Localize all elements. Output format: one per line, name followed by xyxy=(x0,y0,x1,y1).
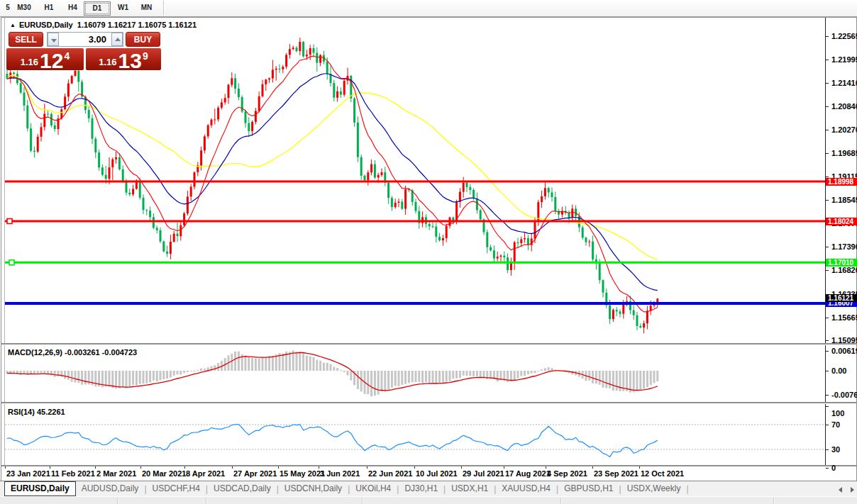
horizontal-line-object[interactable] xyxy=(5,220,825,223)
buy-price-tile[interactable]: 1.16139 xyxy=(86,48,161,70)
date-tick-mark xyxy=(278,466,279,469)
macd-histogram-bar xyxy=(323,363,325,371)
macd-histogram-bar xyxy=(302,353,304,371)
candle-body xyxy=(299,42,301,51)
chart-tab-xauusd[interactable]: XAUUSD,H4 xyxy=(496,482,556,495)
rsi-label: RSI(14) 45.2261 xyxy=(8,408,65,416)
macd-histogram-bar xyxy=(391,371,393,388)
candle-body xyxy=(153,217,155,228)
timeframe-button-mn[interactable]: MN xyxy=(134,1,159,14)
chart-tab-gbpusd[interactable]: GBPUSD,H1 xyxy=(558,482,619,495)
macd-tick-mark xyxy=(826,371,829,371)
candle-body xyxy=(207,125,209,137)
candle-body xyxy=(639,326,641,327)
sell-price-tile[interactable]: 1.16124 xyxy=(6,48,84,70)
candle-body xyxy=(20,83,22,92)
candle-body xyxy=(609,306,611,320)
chart-tab-ukoil[interactable]: UKOil,H4 xyxy=(350,482,397,495)
macd-histogram-bar xyxy=(139,371,141,384)
candle-body xyxy=(537,202,539,222)
status-bar-divider xyxy=(206,498,207,504)
rsi-panel-canvas[interactable] xyxy=(5,405,825,466)
candle-body xyxy=(548,188,550,192)
date-tick-label: 22 Jun 2021 xyxy=(368,469,412,478)
volume-decrease-button[interactable] xyxy=(48,33,59,46)
timeframe-toolbar: 5M30H1H4D1W1MN xyxy=(0,0,857,17)
price-axis-border xyxy=(825,18,826,466)
chart-tab-usdcad[interactable]: USDCAD,Daily xyxy=(208,482,277,495)
candle-body xyxy=(143,198,145,210)
macd-histogram-bar xyxy=(381,371,383,391)
candle-body xyxy=(306,55,308,56)
macd-histogram-bar xyxy=(336,368,338,371)
chart-tab-bar: EURUSD,DailyAUDUSD,Daily|USDCHF,H4|USDCA… xyxy=(0,481,857,496)
macd-histogram-bar xyxy=(177,371,179,374)
macd-histogram-bar xyxy=(194,371,196,371)
chart-tab-audusd[interactable]: AUDUSD,Daily xyxy=(76,482,145,495)
line-anchor-marker[interactable] xyxy=(9,260,14,265)
candle-body xyxy=(109,167,111,179)
candle-body xyxy=(64,96,66,109)
macd-panel-separator[interactable] xyxy=(1,343,856,345)
chart-window[interactable]: ▲EURUSD,Daily 1.16079 1.16217 1.16075 1.… xyxy=(1,17,857,481)
buy-button[interactable]: BUY xyxy=(126,32,160,47)
macd-histogram-bar xyxy=(272,356,274,371)
macd-histogram-bar xyxy=(428,371,431,383)
candle-body xyxy=(194,172,196,186)
volume-increase-button[interactable] xyxy=(111,33,123,46)
macd-histogram-bar xyxy=(595,371,597,383)
rsi-panel-separator[interactable] xyxy=(1,402,856,404)
price-chart-canvas[interactable] xyxy=(5,32,825,342)
horizontal-line-object[interactable] xyxy=(5,181,825,183)
macd-histogram-bar xyxy=(357,371,359,389)
candle-body xyxy=(279,69,281,69)
macd-histogram-bar xyxy=(282,353,284,371)
candle-body xyxy=(282,67,284,69)
macd-histogram-bar xyxy=(105,371,107,387)
macd-histogram-bar xyxy=(527,371,529,374)
macd-histogram-bar xyxy=(472,371,475,376)
chart-tab-usdchf[interactable]: USDCHF,H4 xyxy=(147,482,206,495)
chart-tab-dj30[interactable]: DJ30,H1 xyxy=(399,482,443,495)
candle-body xyxy=(217,108,219,120)
candle-body xyxy=(88,110,90,118)
macd-histogram-bar xyxy=(404,371,407,384)
candle-body xyxy=(377,175,380,178)
macd-histogram-bar xyxy=(442,371,444,382)
macd-histogram-bar xyxy=(64,371,66,379)
horizontal-line-object[interactable] xyxy=(5,262,825,264)
candle-body xyxy=(245,111,247,123)
chart-tab-usdcnh[interactable]: USDCNH,Daily xyxy=(279,482,348,495)
chart-tab-usdx[interactable]: USDX,Weekly xyxy=(621,482,687,495)
candle-body xyxy=(357,123,359,157)
candle-body xyxy=(200,150,202,165)
timeframe-button-w1[interactable]: W1 xyxy=(111,1,136,14)
timeframe-button-d1[interactable]: D1 xyxy=(84,1,111,16)
candle-body xyxy=(387,183,389,198)
date-tick-label: 15 May 2021 xyxy=(280,469,325,478)
volume-value[interactable]: 3.00 xyxy=(60,33,110,46)
sell-button[interactable]: SELL xyxy=(9,32,43,47)
timeframe-button-h1[interactable]: H1 xyxy=(37,1,61,14)
horizontal-line-object[interactable] xyxy=(5,302,825,305)
timeframe-button-h4[interactable]: H4 xyxy=(60,1,85,14)
macd-histogram-bar xyxy=(128,371,131,387)
candle-body xyxy=(364,176,366,180)
candle-body xyxy=(514,242,516,264)
candle-body xyxy=(585,237,587,242)
chart-tab-usdx[interactable]: USDX,H1 xyxy=(446,482,494,495)
line-anchor-marker[interactable] xyxy=(7,219,12,224)
current-price-label: 1.16121 xyxy=(826,294,857,302)
macd-histogram-bar xyxy=(653,371,656,383)
candle-body xyxy=(333,83,335,98)
candle-body xyxy=(258,96,260,111)
timeframe-button-m30[interactable]: M30 xyxy=(10,1,38,14)
candle-body xyxy=(265,79,267,84)
macd-histogram-bar xyxy=(544,368,546,371)
candle-body xyxy=(183,213,185,225)
candle-body xyxy=(493,250,495,258)
chart-tab-eurusd[interactable]: EURUSD,Daily xyxy=(4,481,76,496)
tab-scroll-right-icon[interactable] xyxy=(851,487,854,493)
tab-scroll-left-icon[interactable] xyxy=(839,487,842,493)
chart-expand-icon[interactable]: ▲ xyxy=(10,22,16,28)
